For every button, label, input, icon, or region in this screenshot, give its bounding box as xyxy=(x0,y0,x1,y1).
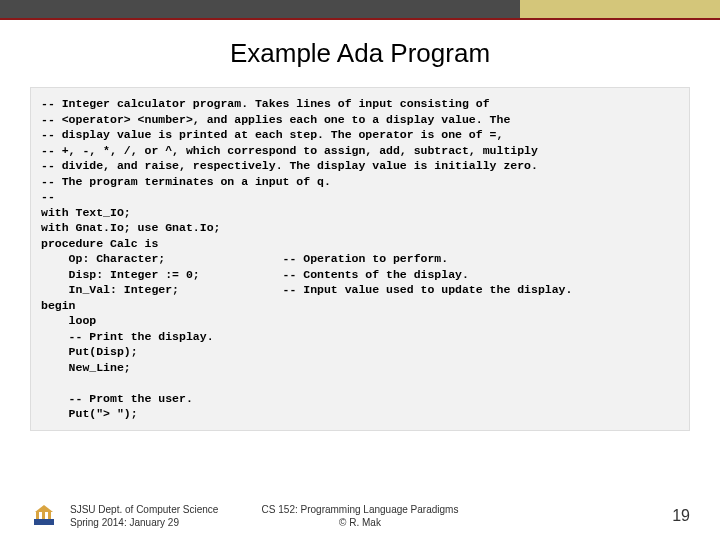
footer-course-line2: © R. Mak xyxy=(262,516,459,529)
footer-dept-line1: SJSU Dept. of Computer Science xyxy=(70,503,218,516)
svg-rect-3 xyxy=(42,512,45,519)
university-logo-icon xyxy=(30,502,58,530)
footer-course-text: CS 152: Programming Language Paradigms ©… xyxy=(262,503,459,529)
footer-dept-text: SJSU Dept. of Computer Science Spring 20… xyxy=(70,503,218,529)
slide-title: Example Ada Program xyxy=(0,38,720,69)
slide-top-bar xyxy=(0,0,720,20)
footer-course-line1: CS 152: Programming Language Paradigms xyxy=(262,503,459,516)
code-block: -- Integer calculator program. Takes lin… xyxy=(30,87,690,431)
svg-rect-4 xyxy=(48,512,51,519)
page-number: 19 xyxy=(672,507,690,525)
divider-line xyxy=(0,18,720,20)
svg-rect-2 xyxy=(36,512,39,519)
svg-rect-0 xyxy=(34,519,54,525)
slide-footer: SJSU Dept. of Computer Science Spring 20… xyxy=(30,502,690,530)
footer-dept-line2: Spring 2014: January 29 xyxy=(70,516,218,529)
svg-marker-1 xyxy=(35,505,53,512)
accent-stripe xyxy=(520,0,720,20)
